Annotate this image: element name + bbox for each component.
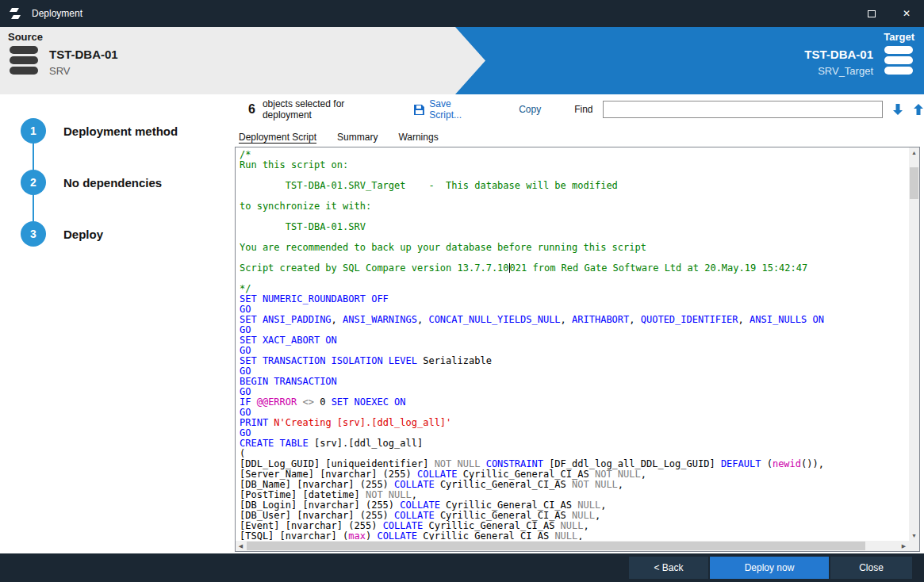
horizontal-scrollbar[interactable]: ◀ ▶ — [236, 541, 909, 551]
save-script-button[interactable]: Save Script... — [414, 98, 485, 121]
scroll-down-icon[interactable]: ▼ — [909, 530, 919, 541]
step-3-label: Deploy — [63, 228, 103, 241]
deployment-window: Deployment ✕ Source TST-DBA-01 — [0, 0, 924, 582]
close-button[interactable]: ✕ — [889, 0, 924, 27]
target-server-name: TST-DBA-01 — [804, 48, 873, 61]
sql-compare-app-icon — [8, 6, 22, 21]
script-toolbar: 6 objects selected for deployment Save S… — [234, 94, 924, 124]
source-server-name: TST-DBA-01 — [49, 48, 118, 61]
step-no-dependencies[interactable]: 2 No dependencies — [21, 170, 162, 195]
find-label: Find — [574, 104, 592, 115]
save-script-label: Save Script... — [429, 98, 485, 121]
close-footer-button[interactable]: Close — [830, 557, 912, 579]
horizontal-scroll-thumb[interactable] — [247, 542, 865, 550]
window-title: Deployment — [32, 8, 82, 19]
scroll-left-icon[interactable]: ◀ — [236, 541, 246, 551]
step-deploy[interactable]: 3 Deploy — [21, 221, 103, 247]
tab-summary[interactable]: Summary — [337, 132, 378, 143]
target-database-name: SRV_Target — [804, 65, 873, 77]
find-previous-up-arrow-icon — [913, 103, 924, 116]
copy-button[interactable]: Copy — [519, 104, 541, 115]
maximize-icon — [868, 10, 876, 17]
step-deployment-method[interactable]: 1 Deployment method — [21, 118, 178, 144]
source-label: Source — [8, 31, 118, 43]
step-1-circle: 1 — [21, 118, 46, 144]
find-input[interactable] — [603, 101, 883, 118]
find-next-button[interactable] — [892, 103, 903, 116]
dialog-body: 1 Deployment method 2 No dependencies 3 … — [0, 94, 924, 553]
close-icon: ✕ — [903, 8, 911, 19]
script-content[interactable]: /*Run this script on: TST-DBA-01.SRV_Tar… — [236, 147, 908, 540]
save-icon — [414, 105, 424, 115]
source-target-banner: Source TST-DBA-01 SRV Target — [0, 27, 924, 94]
source-panel: Source TST-DBA-01 SRV — [8, 31, 118, 78]
object-count-label: objects selected for deployment — [263, 98, 396, 121]
step-2-circle: 2 — [21, 170, 46, 195]
scrollbar-corner — [909, 541, 919, 551]
scroll-right-icon[interactable]: ▶ — [899, 541, 909, 551]
tab-warnings[interactable]: Warnings — [398, 132, 438, 143]
back-button[interactable]: < Back — [629, 557, 708, 579]
step-2-label: No dependencies — [63, 176, 162, 190]
maximize-button[interactable] — [854, 0, 889, 27]
target-label: Target — [804, 31, 914, 43]
target-panel: Target TST-DBA-01 SRV_Target — [804, 31, 914, 78]
titlebar: Deployment ✕ — [0, 0, 924, 27]
scroll-up-icon[interactable]: ▲ — [909, 147, 919, 158]
target-database-icon — [883, 45, 914, 78]
script-panel: 6 objects selected for deployment Save S… — [234, 94, 924, 553]
vertical-scrollbar[interactable]: ▲ ▼ — [909, 147, 919, 541]
footer-bar: < Back Deploy now Close — [0, 553, 924, 582]
object-count: 6 — [248, 102, 255, 117]
source-database-name: SRV — [49, 65, 118, 77]
find-previous-button[interactable] — [913, 103, 924, 116]
step-3-circle: 3 — [21, 221, 46, 247]
deployment-script-view: /*Run this script on: TST-DBA-01.SRV_Tar… — [235, 147, 920, 552]
vertical-scroll-thumb[interactable] — [910, 167, 918, 199]
wizard-stepper: 1 Deployment method 2 No dependencies 3 … — [0, 94, 234, 553]
find-next-down-arrow-icon — [892, 103, 903, 116]
tab-bar: Deployment Script Summary Warnings — [239, 126, 439, 147]
deploy-now-button[interactable]: Deploy now — [710, 557, 829, 579]
tab-deployment-script[interactable]: Deployment Script — [239, 132, 316, 143]
source-database-icon — [8, 45, 40, 78]
step-1-label: Deployment method — [63, 124, 178, 138]
